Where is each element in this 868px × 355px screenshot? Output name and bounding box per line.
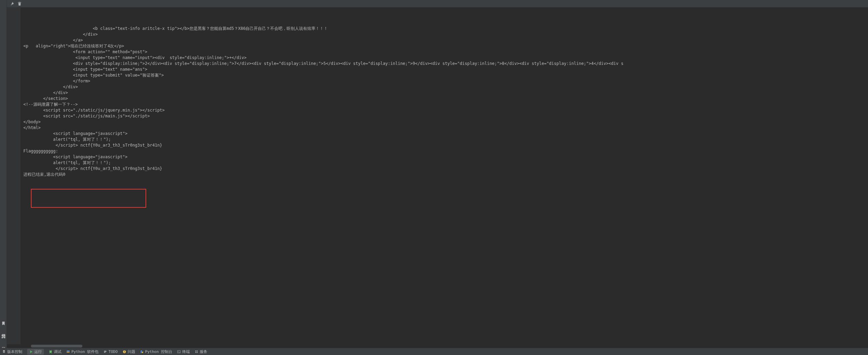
console-line: <script language="javascript"> bbox=[23, 154, 865, 160]
run-panel-header bbox=[7, 0, 868, 8]
console-line: <input type="text" name="input"><div sty… bbox=[23, 55, 865, 61]
console-line: </html> bbox=[23, 125, 865, 131]
console-line: <input type="text" name="ans"> bbox=[23, 67, 865, 72]
bottom-tab-7[interactable]: 终端 bbox=[177, 349, 190, 354]
svg-point-17 bbox=[197, 352, 198, 353]
pin-icon[interactable] bbox=[10, 1, 14, 6]
console-line: </a> bbox=[23, 37, 865, 43]
console-line: alert("tql, 算对了！！"); bbox=[23, 160, 865, 166]
bottom-tab-5[interactable]: 问题 bbox=[123, 349, 135, 354]
console-line: <b class="text-info aritcle-x tip"></b>您… bbox=[23, 26, 865, 32]
console-line: <script src="./static/js/main.js"></scri… bbox=[23, 113, 865, 119]
svg-rect-2 bbox=[1, 337, 3, 339]
svg-point-15 bbox=[197, 351, 198, 352]
bottom-tab-label: 版本控制 bbox=[7, 349, 22, 354]
console-line: </form> bbox=[23, 78, 865, 84]
bottom-tab-1[interactable]: 运行 bbox=[27, 349, 44, 355]
console-line: <p align="right">现在已经连续答对了4次</p> bbox=[23, 43, 865, 49]
svg-rect-9 bbox=[104, 352, 105, 352]
bottom-tab-6[interactable]: Python 控制台 bbox=[140, 349, 172, 354]
trash-icon[interactable] bbox=[17, 1, 22, 6]
bookmark-icon[interactable] bbox=[1, 321, 6, 326]
bottom-tab-label: TODO bbox=[108, 350, 118, 354]
bottom-tab-label: 运行 bbox=[34, 349, 42, 354]
console-line: <input type="submit" value="验证答案"> bbox=[23, 72, 865, 78]
svg-rect-1 bbox=[4, 335, 5, 336]
bottom-tool-bar: 版本控制运行调试Python 软件包TODO问题Python 控制台终端服务 bbox=[0, 348, 868, 355]
bottom-tab-label: 终端 bbox=[182, 349, 190, 354]
svg-rect-8 bbox=[104, 351, 106, 352]
bottom-tab-label: 问题 bbox=[128, 349, 135, 354]
console-line: </div> bbox=[23, 84, 865, 90]
run-tool-window: <b class="text-info aritcle-x tip"></b>您… bbox=[7, 0, 868, 348]
console-output[interactable]: <b class="text-info aritcle-x tip"></b>您… bbox=[21, 8, 868, 344]
console-line: <script src="./static/js/jquery.min.js">… bbox=[23, 107, 865, 113]
console-line: </section> bbox=[23, 96, 865, 102]
bottom-tab-label: 调试 bbox=[54, 349, 61, 354]
console-line: </body> bbox=[23, 119, 865, 125]
svg-rect-3 bbox=[4, 337, 5, 339]
highlight-box bbox=[31, 189, 146, 208]
console-line: </script> nctf{Y0u_ar3_th3_sTr0ng3st_br4… bbox=[23, 166, 865, 172]
svg-rect-5 bbox=[67, 351, 69, 351]
console-line: Flagggggggggg: bbox=[23, 148, 865, 154]
svg-point-16 bbox=[195, 352, 196, 353]
console-line: alert("tql, 算对了！！"); bbox=[23, 137, 865, 142]
svg-rect-13 bbox=[178, 351, 181, 353]
structure-icon[interactable] bbox=[1, 334, 6, 339]
svg-point-4 bbox=[49, 351, 52, 353]
console-line: </div> bbox=[23, 32, 865, 37]
console-line: </div> bbox=[23, 90, 865, 96]
console-line: <script language="javascript"> bbox=[23, 131, 865, 137]
console-line: 进程已结束,退出代码0 bbox=[23, 172, 865, 178]
bottom-tab-label: 服务 bbox=[200, 349, 207, 354]
console-line: <!--源码泄露了解一下？--> bbox=[23, 102, 865, 107]
bottom-tab-4[interactable]: TODO bbox=[103, 350, 118, 354]
bottom-tab-3[interactable]: Python 软件包 bbox=[66, 349, 99, 354]
svg-rect-0 bbox=[1, 335, 3, 336]
bottom-tab-2[interactable]: 调试 bbox=[49, 349, 61, 354]
console-line: <form action="" method="post"> bbox=[23, 49, 865, 55]
bottom-tab-8[interactable]: 服务 bbox=[195, 349, 207, 354]
bottom-tab-label: Python 控制台 bbox=[145, 349, 172, 354]
run-gutter bbox=[7, 8, 21, 344]
svg-rect-6 bbox=[67, 352, 69, 352]
bottom-tab-0[interactable]: 版本控制 bbox=[2, 349, 22, 354]
svg-point-14 bbox=[195, 351, 196, 352]
horizontal-scrollbar[interactable] bbox=[7, 344, 868, 348]
svg-rect-11 bbox=[124, 351, 125, 352]
svg-rect-7 bbox=[104, 351, 106, 351]
left-toolbar: 书签 结构 bbox=[0, 0, 7, 348]
console-line: </script> nctf{Y0u_ar3_th3_sTr0ng3st_br4… bbox=[23, 142, 865, 148]
svg-rect-12 bbox=[124, 352, 125, 352]
bottom-tab-label: Python 软件包 bbox=[71, 349, 99, 354]
scrollbar-thumb[interactable] bbox=[31, 345, 82, 347]
console-line: <div style="display:inline;">2</div><div… bbox=[23, 61, 865, 67]
